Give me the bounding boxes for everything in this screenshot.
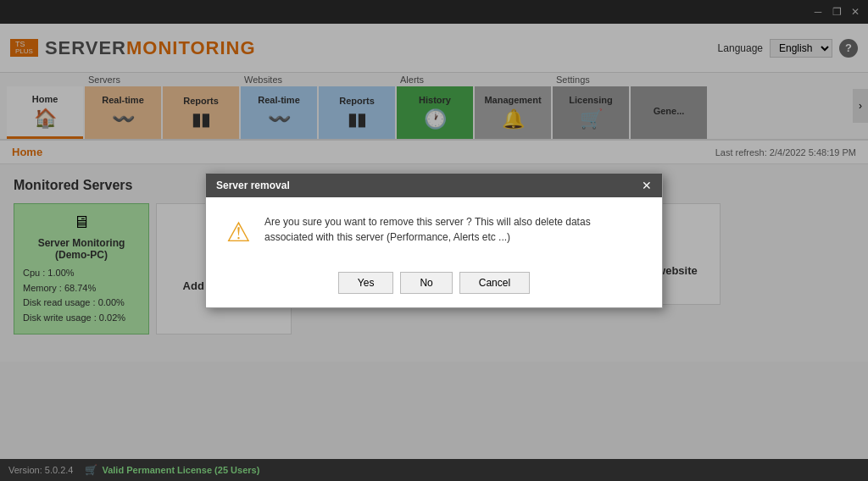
- modal-header: Server removal ✕: [206, 174, 662, 197]
- modal-overlay: Server removal ✕ ⚠ Are you sure you want…: [0, 0, 868, 481]
- modal-close-button[interactable]: ✕: [642, 179, 652, 192]
- modal-footer: Yes No Cancel: [206, 265, 662, 307]
- modal-title: Server removal: [216, 180, 290, 191]
- modal-body: ⚠ Are you sure you want to remove this s…: [206, 197, 662, 265]
- warning-icon: ⚠: [226, 216, 251, 248]
- modal-message: Are you sure you want to remove this ser…: [264, 214, 642, 245]
- server-removal-modal: Server removal ✕ ⚠ Are you sure you want…: [205, 173, 663, 308]
- modal-no-button[interactable]: No: [400, 272, 452, 294]
- modal-cancel-button[interactable]: Cancel: [459, 272, 530, 294]
- modal-yes-button[interactable]: Yes: [338, 272, 394, 294]
